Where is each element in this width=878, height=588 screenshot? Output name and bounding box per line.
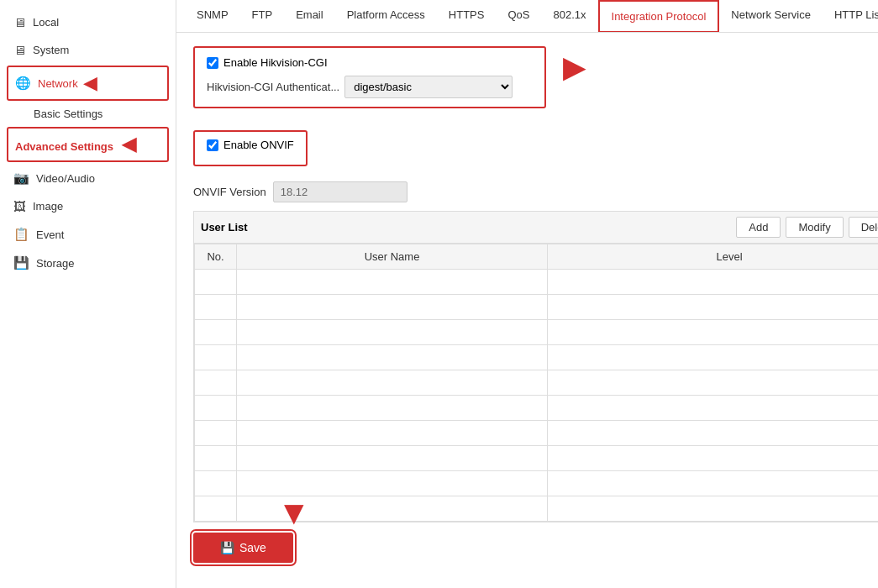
delete-button[interactable]: Delete <box>849 217 878 238</box>
auth-select[interactable]: digest/basic digest basic <box>344 76 513 98</box>
network-icon: 🌐 <box>15 76 31 91</box>
video-audio-icon: 📷 <box>13 171 29 186</box>
table-row <box>195 345 879 370</box>
onvif-version-input <box>273 181 407 202</box>
sidebar-item-network[interactable]: 🌐 Network ◀ <box>8 67 167 99</box>
local-icon: 🖥 <box>13 15 26 29</box>
sidebar-item-video-audio[interactable]: 📷 Video/Audio <box>0 164 176 192</box>
enable-hikvision-cgi-checkbox[interactable] <box>207 57 218 69</box>
advanced-arrow-icon: ◀ <box>122 134 136 155</box>
tab-qos[interactable]: QoS <box>496 0 541 32</box>
save-label: Save <box>239 541 266 554</box>
sidebar-item-label: Storage <box>36 257 75 270</box>
enable-onvif-row: Enable ONVIF <box>207 139 294 151</box>
user-list-header: User List Add Modify Delete <box>193 211 878 243</box>
sidebar-item-system[interactable]: 🖥 System <box>0 36 176 64</box>
onvif-section: ◀ Enable ONVIF ONVIF Version <box>193 130 878 202</box>
tab-integration-protocol[interactable]: Integration Protocol <box>598 0 720 33</box>
sidebar-item-event[interactable]: 📋 Event <box>0 220 176 249</box>
tab-802-1x[interactable]: 802.1x <box>541 0 597 32</box>
table-row <box>195 320 879 345</box>
storage-icon: 💾 <box>13 255 29 270</box>
onvif-version-row: ONVIF Version <box>193 181 878 202</box>
main-area: SNMP FTP Email Platform Access HTTPS QoS… <box>176 0 878 588</box>
add-button[interactable]: Add <box>736 217 781 238</box>
tab-email[interactable]: Email <box>284 0 335 32</box>
sidebar-item-image[interactable]: 🖼 Image <box>0 192 176 220</box>
table-row <box>195 421 879 446</box>
sidebar-item-storage[interactable]: 💾 Storage <box>0 249 176 277</box>
user-table-head: No. User Name Level <box>195 244 879 270</box>
system-icon: 🖥 <box>13 43 26 57</box>
user-table-body <box>195 270 879 522</box>
content-area: ◀ Enable Hikvision-CGI Hikvision-CGI Aut… <box>176 33 878 588</box>
table-row <box>195 471 879 496</box>
enable-onvif-label: Enable ONVIF <box>223 139 294 151</box>
table-row <box>195 370 879 396</box>
hikvision-cgi-box: Enable Hikvision-CGI Hikvision-CGI Authe… <box>193 46 546 108</box>
user-list-section: User List Add Modify Delete No. User Nam… <box>193 211 878 522</box>
auth-row: Hikvision-CGI Authenticat... digest/basi… <box>207 76 533 98</box>
save-area: ▼ 💾 Save <box>193 533 878 563</box>
sidebar-item-label: Image <box>33 200 63 213</box>
event-icon: 📋 <box>13 227 29 242</box>
image-icon: 🖼 <box>13 199 26 213</box>
table-row <box>195 295 879 320</box>
tab-https[interactable]: HTTPS <box>437 0 497 32</box>
enable-hikvision-cgi-row: Enable Hikvision-CGI <box>207 56 533 69</box>
modify-button[interactable]: Modify <box>786 217 843 238</box>
tab-http-listening[interactable]: HTTP Listening <box>823 0 878 32</box>
sidebar: 🖥 Local 🖥 System 🌐 Network ◀ Basic Setti… <box>0 0 176 588</box>
enable-onvif-checkbox[interactable] <box>207 139 218 151</box>
sidebar-item-label: Event <box>36 228 64 241</box>
col-header-level: Level <box>548 244 879 270</box>
enable-hikvision-cgi-label: Enable Hikvision-CGI <box>223 56 328 69</box>
user-table-wrapper: No. User Name Level <box>193 243 878 522</box>
tab-snmp[interactable]: SNMP <box>185 0 240 32</box>
onvif-version-label: ONVIF Version <box>193 186 266 198</box>
sidebar-item-label: System <box>33 44 69 56</box>
save-button[interactable]: 💾 Save <box>193 533 293 563</box>
tab-ftp[interactable]: FTP <box>240 0 285 32</box>
sidebar-sub-label: Basic Settings <box>34 108 103 120</box>
sidebar-item-label: Video/Audio <box>36 172 95 185</box>
table-header-row: No. User Name Level <box>195 244 879 270</box>
network-arrow-icon: ◀ <box>83 72 97 94</box>
sidebar-item-label: Local <box>33 16 59 29</box>
tab-platform-access[interactable]: Platform Access <box>335 0 437 32</box>
table-row <box>195 496 879 522</box>
tab-network-service[interactable]: Network Service <box>719 0 823 32</box>
hikvision-section: ◀ Enable Hikvision-CGI Hikvision-CGI Aut… <box>193 46 878 118</box>
sidebar-item-local[interactable]: 🖥 Local <box>0 8 176 36</box>
table-row <box>195 446 879 471</box>
user-table: No. User Name Level <box>194 244 878 522</box>
user-list-buttons: Add Modify Delete <box>736 217 878 238</box>
sidebar-item-label: Network <box>38 77 78 90</box>
col-header-no: No. <box>195 244 237 270</box>
onvif-box: Enable ONVIF <box>193 130 308 166</box>
tab-bar: SNMP FTP Email Platform Access HTTPS QoS… <box>176 0 878 33</box>
sidebar-item-advanced-settings[interactable]: Advanced Settings ◀ <box>8 129 167 160</box>
col-header-username: User Name <box>237 244 548 270</box>
save-icon: 💾 <box>220 541 234 554</box>
network-outline-box: 🌐 Network ◀ <box>7 66 169 101</box>
table-row <box>195 270 879 295</box>
auth-label: Hikvision-CGI Authenticat... <box>207 81 339 93</box>
advanced-settings-outline-box: Advanced Settings ◀ <box>7 127 169 162</box>
sidebar-sub-label: Advanced Settings <box>15 140 113 153</box>
user-list-title: User List <box>201 221 248 234</box>
sidebar-item-basic-settings[interactable]: Basic Settings <box>0 102 176 125</box>
table-row <box>195 396 879 421</box>
